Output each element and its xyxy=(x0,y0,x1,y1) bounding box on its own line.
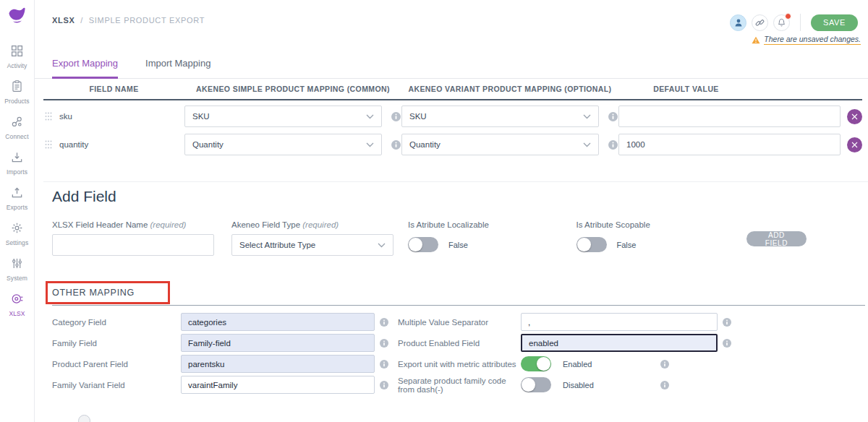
select-value: SKU xyxy=(409,112,427,121)
sidebar-item-label: System xyxy=(7,275,27,282)
form-row: Family Field xyxy=(52,332,398,353)
product-enabled-field-input[interactable] xyxy=(521,334,718,352)
other-mapping-left-column: Category Field Family Field Product Pare… xyxy=(52,311,398,395)
sidebar-item-activity[interactable]: Activity xyxy=(0,45,34,69)
sidebar-item-xlsx[interactable]: XLSX xyxy=(0,293,34,317)
sidebar-item-connect[interactable]: Connect xyxy=(0,116,34,140)
sidebar-item-exports[interactable]: Exports xyxy=(0,186,34,211)
default-value-input[interactable] xyxy=(618,134,841,155)
chevron-down-icon xyxy=(583,114,591,119)
info-icon[interactable] xyxy=(391,140,401,150)
sidebar-item-imports[interactable]: Imports xyxy=(0,151,34,176)
metric-unit-toggle-state: Enabled xyxy=(563,360,606,369)
toggle-knob xyxy=(537,357,550,371)
chevron-down-icon xyxy=(583,142,591,147)
variant-mapping-select[interactable]: SKU xyxy=(401,106,599,127)
simple-mapping-select[interactable]: SKU xyxy=(184,106,382,127)
field-type-label: Akeneo Field Type (required) xyxy=(231,220,393,229)
info-icon[interactable] xyxy=(723,339,731,348)
info-icon[interactable] xyxy=(380,339,388,348)
family-variant-field-input[interactable] xyxy=(181,376,375,394)
xlsx-connector-icon xyxy=(11,293,24,308)
sidebar-item-label: Imports xyxy=(7,168,27,176)
field-name-label: quantity xyxy=(59,140,88,149)
sliders-icon xyxy=(11,257,23,272)
localizable-label: Is Atribute Localizable xyxy=(408,220,576,229)
product-enabled-field-label: Product Enabled Field xyxy=(398,339,521,348)
column-header-default-value: DEFAULT VALUE xyxy=(618,85,862,93)
sidebar-item-label: Exports xyxy=(7,204,28,211)
tab-import-mapping[interactable]: Import Mapping xyxy=(145,58,210,79)
sidebar-item-label: Products xyxy=(4,98,29,105)
export-icon xyxy=(11,186,23,202)
add-field-title: Add Field xyxy=(52,188,868,205)
delete-row-button[interactable] xyxy=(847,109,862,124)
default-value-input[interactable] xyxy=(618,106,841,127)
info-icon[interactable] xyxy=(380,360,388,369)
column-header-simple-mapping: AKENEO SIMPLE PRODUCT MAPPING (COMMON) xyxy=(184,85,401,93)
field-name-cell: sku xyxy=(43,112,184,121)
info-icon[interactable] xyxy=(391,112,401,121)
warning-triangle-icon xyxy=(752,36,760,44)
sidebar-item-label: Activity xyxy=(7,62,27,69)
add-field-section: Add Field XLSX Field Header Name (requir… xyxy=(35,182,868,256)
info-icon[interactable] xyxy=(380,381,388,389)
toggle-knob xyxy=(577,238,591,251)
info-icon[interactable] xyxy=(660,360,669,369)
info-icon[interactable] xyxy=(608,140,618,150)
scopable-toggle[interactable] xyxy=(576,237,607,252)
sidebar-item-label: XLSX xyxy=(9,310,25,317)
required-hint: (required) xyxy=(302,220,339,229)
delete-row-button[interactable] xyxy=(847,137,862,152)
info-icon[interactable] xyxy=(660,381,669,389)
product-parent-field-input[interactable] xyxy=(181,355,375,373)
chevron-down-icon xyxy=(378,243,386,248)
default-value-cell xyxy=(618,106,862,127)
tab-export-mapping[interactable]: Export Mapping xyxy=(52,58,118,79)
link-button[interactable] xyxy=(752,14,768,31)
help-icon[interactable] xyxy=(78,415,90,422)
multiple-value-separator-input[interactable] xyxy=(521,313,718,331)
sidebar-item-settings[interactable]: Settings xyxy=(0,222,34,246)
select-value: Select Attribute Type xyxy=(239,241,315,249)
user-avatar[interactable] xyxy=(730,14,746,31)
notifications-button[interactable] xyxy=(773,14,790,31)
info-icon[interactable] xyxy=(608,112,618,121)
metric-unit-toggle[interactable] xyxy=(521,356,551,371)
chevron-down-icon xyxy=(366,142,374,147)
default-value-cell xyxy=(618,134,862,155)
info-icon[interactable] xyxy=(380,318,388,327)
table-header-row: FIELD NAME AKENEO SIMPLE PRODUCT MAPPING… xyxy=(43,79,862,100)
other-mapping-section: OTHER MAPPING Category Field Family Fiel… xyxy=(35,288,868,395)
family-dash-toggle[interactable] xyxy=(521,377,551,392)
variant-mapping-select[interactable]: Quantity xyxy=(401,134,599,155)
topbar: XLSX / SIMPLE PRODUCT EXPORT xyxy=(35,0,868,45)
save-button[interactable]: SAVE xyxy=(811,14,858,31)
family-field-label: Family Field xyxy=(52,339,181,348)
info-icon[interactable] xyxy=(723,318,731,327)
header-name-input[interactable] xyxy=(52,234,214,256)
header-actions: SAVE xyxy=(730,14,858,31)
sidebar-item-system[interactable]: System xyxy=(0,257,34,282)
add-field-button[interactable]: ADD FIELD xyxy=(746,231,807,246)
drag-handle-icon[interactable] xyxy=(45,140,52,149)
form-row: Product Parent Field xyxy=(52,353,398,374)
other-mapping-grid: Category Field Family Field Product Pare… xyxy=(52,311,865,395)
sidebar-item-products[interactable]: Products xyxy=(0,80,34,105)
toggle-knob xyxy=(409,238,422,251)
simple-mapping-select[interactable]: Quantity xyxy=(184,134,382,155)
form-row: Multiple Value Separator xyxy=(398,311,865,332)
select-value: SKU xyxy=(192,112,210,121)
drag-handle-icon[interactable] xyxy=(45,112,52,121)
field-name-cell: quantity xyxy=(43,140,184,149)
attribute-type-select[interactable]: Select Attribute Type xyxy=(231,234,393,256)
form-row: Separate product family code from dash(-… xyxy=(398,374,865,395)
localizable-toggle[interactable] xyxy=(408,237,438,252)
table-row: quantity Quantity Quantity xyxy=(43,134,862,155)
form-row: Product Enabled Field xyxy=(398,332,865,353)
import-icon xyxy=(11,151,23,166)
sidebar-item-label: Settings xyxy=(6,239,29,246)
breadcrumb-root[interactable]: XLSX xyxy=(52,16,75,25)
category-field-input[interactable] xyxy=(181,313,375,331)
family-field-input[interactable] xyxy=(181,334,375,352)
